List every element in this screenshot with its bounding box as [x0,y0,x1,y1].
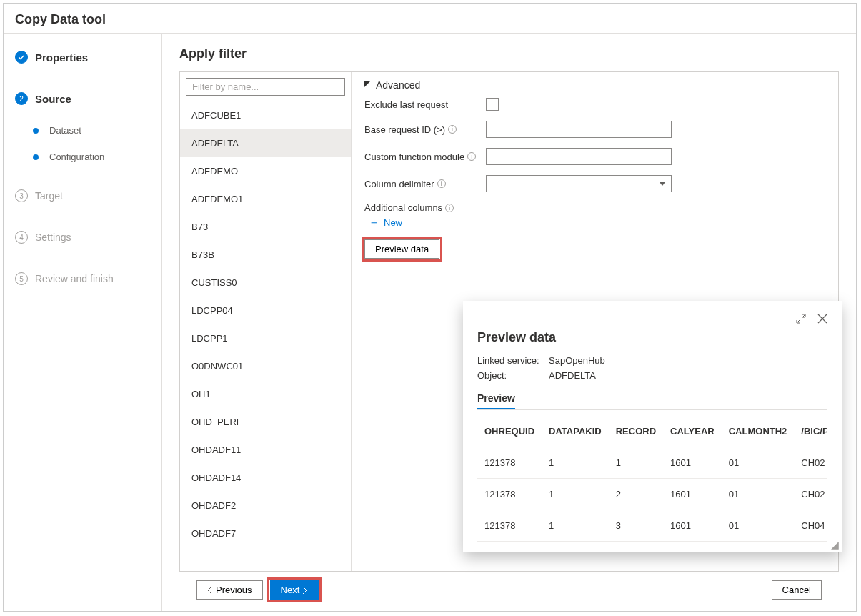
advanced-label: Advanced [376,79,420,91]
step-label: Settings [35,232,71,243]
wizard-sidebar: Properties 2 Source Dataset Configuratio… [4,34,162,611]
column-header: CALYEAR [663,416,722,447]
info-icon[interactable]: i [467,152,476,161]
table-cell: CH04 [794,510,827,542]
step-settings[interactable]: 4 Settings [4,225,161,249]
chevron-right-icon [302,587,308,594]
step-label: Properties [35,51,88,64]
linked-service-label: Linked service: [477,355,549,366]
column-delimiter-select[interactable] [486,175,672,192]
list-item[interactable]: LDCPP1 [180,324,351,352]
list-item[interactable]: B73 [180,213,351,241]
dot-icon [33,154,39,160]
list-item[interactable]: CUSTISS0 [180,269,351,297]
list-item[interactable]: OH1 [180,380,351,408]
dot-icon [33,128,39,134]
table-row: 12137813160101CH04 [477,510,827,542]
resize-grip-icon[interactable]: ◢ [831,539,839,550]
table-cell: 01 [722,510,795,542]
add-column-button[interactable]: ＋ New [369,216,402,229]
base-request-label: Base request ID (>) i [364,124,486,135]
step-label: Configuration [49,151,104,162]
tab-preview[interactable]: Preview [477,388,515,409]
exclude-last-checkbox[interactable] [486,98,499,111]
step-label: Target [35,190,63,202]
step-number-icon: 3 [15,189,28,202]
table-row: 12137811160101CH02 [477,447,827,479]
object-label: Object: [477,370,549,381]
window-title: Copy Data tool [4,4,856,33]
list-item[interactable]: ADFDEMO1 [180,185,351,213]
table-cell: 3 [609,510,663,542]
table-cell: 1 [542,447,609,479]
table-cell: 1601 [663,447,722,479]
exclude-last-label: Exclude last request [364,99,486,110]
linked-service-value: SapOpenHub [549,355,605,366]
page-title: Apply filter [179,46,839,61]
step-properties[interactable]: Properties [4,45,161,69]
custom-function-input[interactable] [486,148,672,165]
info-icon[interactable]: i [448,125,457,134]
list-item[interactable]: OHDADF7 [180,520,351,547]
column-delimiter-label: Column delimiter i [364,179,486,189]
list-item[interactable]: O0DNWC01 [180,352,351,380]
list-item[interactable]: ADFDELTA [180,129,351,157]
preview-table: OHREQUIDDATAPAKIDRECORDCALYEARCALMONTH2/… [477,416,827,542]
cancel-button[interactable]: Cancel [772,580,822,600]
step-label: Dataset [49,125,81,136]
popup-title: Preview data [477,330,827,345]
column-header: CALMONTH2 [722,416,795,447]
table-cell: 121378 [477,479,542,510]
substep-configuration[interactable]: Configuration [4,147,161,167]
table-cell: 121378 [477,510,542,542]
list-item[interactable]: LDCPP04 [180,297,351,324]
list-item[interactable]: ADFCUBE1 [180,101,351,129]
step-label: Review and finish [35,273,114,284]
preview-popup: Preview data Linked service: SapOpenHub … [463,301,842,552]
collapse-icon [364,81,372,89]
substep-dataset[interactable]: Dataset [4,121,161,140]
list-item[interactable]: OHDADF11 [180,436,351,464]
step-source[interactable]: 2 Source [4,86,161,111]
previous-button[interactable]: Previous [196,580,263,600]
table-row: 12137812160101CH02 [477,479,827,510]
filter-input[interactable] [186,78,345,96]
list-item[interactable]: OHDADF2 [180,492,351,520]
table-cell: 121378 [477,447,542,479]
list-item[interactable]: OHD_PERF [180,408,351,436]
advanced-toggle[interactable]: Advanced [364,79,825,91]
additional-columns-label: Additional columns i [364,202,486,213]
preview-data-button[interactable]: Preview data [364,239,439,259]
table-cell: 1601 [663,510,722,542]
close-icon[interactable] [817,314,827,326]
info-icon[interactable]: i [445,204,454,212]
list-item[interactable]: B73B [180,241,351,269]
table-cell: CH02 [794,447,827,479]
step-label: Source [35,93,71,105]
column-header: RECORD [609,416,663,447]
column-header: /BIC/P [794,416,827,447]
table-cell: 1 [542,510,609,542]
next-button[interactable]: Next [270,580,319,600]
list-item[interactable]: ADFDEMO [180,157,351,185]
expand-icon[interactable] [796,314,806,326]
list-item[interactable]: OHDADF14 [180,464,351,492]
new-label: New [384,217,402,228]
base-request-input[interactable] [486,121,672,138]
step-number-icon: 2 [15,92,28,105]
step-target[interactable]: 3 Target [4,184,161,208]
check-icon [15,51,28,64]
plus-icon: ＋ [369,216,379,229]
step-number-icon: 5 [15,272,28,285]
dataset-list[interactable]: ADFCUBE1ADFDELTAADFDEMOADFDEMO1B73B73BCU… [180,101,351,571]
step-number-icon: 4 [15,231,28,244]
object-value: ADFDELTA [549,370,596,381]
table-cell: 1 [609,447,663,479]
table-cell: CH02 [794,479,827,510]
info-icon[interactable]: i [437,179,446,188]
custom-function-label: Custom function module i [364,151,486,162]
table-cell: 01 [722,447,795,479]
table-cell: 2 [609,479,663,510]
step-review[interactable]: 5 Review and finish [4,267,161,291]
table-cell: 1601 [663,479,722,510]
